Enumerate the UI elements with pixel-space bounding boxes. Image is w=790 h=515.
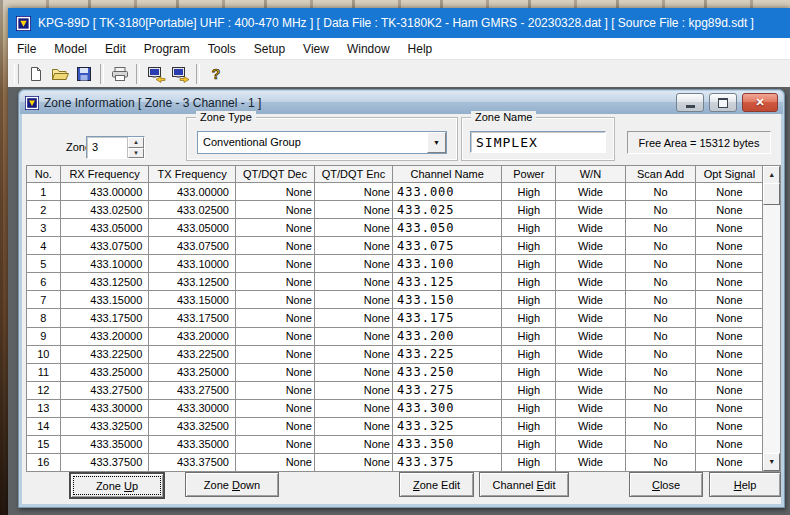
table-cell[interactable]: 433.275 [392,381,501,399]
table-cell[interactable]: None [314,309,392,327]
table-row[interactable]: 9433.20000433.20000NoneNone433.200HighWi… [27,327,763,345]
table-cell[interactable]: No [625,183,696,201]
table-row[interactable]: 16433.37500433.37500NoneNone433.375HighW… [27,453,763,471]
table-cell[interactable]: High [502,255,556,273]
menu-item-edit[interactable]: Edit [96,40,135,58]
help-button[interactable]: Help [709,472,781,497]
spin-down-button[interactable]: ▼ [128,148,144,159]
table-cell[interactable]: None [696,273,763,291]
table-cell[interactable]: None [235,453,314,471]
table-cell[interactable]: None [696,399,763,417]
table-cell[interactable]: High [502,399,556,417]
menu-item-window[interactable]: Window [338,40,399,58]
table-cell[interactable]: 433.20000 [149,327,236,345]
table-cell[interactable]: None [696,381,763,399]
print-icon[interactable] [108,63,132,85]
table-cell[interactable]: Wide [556,273,625,291]
table-cell[interactable]: None [235,381,314,399]
table-cell[interactable]: 433.200 [392,327,501,345]
table-cell[interactable]: None [696,201,763,219]
vertical-scrollbar[interactable]: ▲ ▼ [763,165,781,472]
maximize-button[interactable] [709,93,737,112]
table-cell[interactable]: Wide [556,327,625,345]
table-cell[interactable]: Wide [556,291,625,309]
table-cell[interactable]: 433.15000 [149,291,236,309]
table-cell[interactable]: 10 [27,345,61,363]
table-cell[interactable]: None [314,237,392,255]
table-cell[interactable]: 433.22500 [60,345,149,363]
table-cell[interactable]: No [625,363,696,381]
table-row[interactable]: 13433.30000433.30000NoneNone433.300HighW… [27,399,763,417]
table-row[interactable]: 8433.17500433.17500NoneNone433.175HighWi… [27,309,763,327]
table-row[interactable]: 10433.22500433.22500NoneNone433.225HighW… [27,345,763,363]
table-cell[interactable]: None [314,327,392,345]
save-icon[interactable] [72,63,96,85]
table-cell[interactable]: None [696,453,763,471]
table-cell[interactable]: None [696,345,763,363]
table-cell[interactable]: None [314,417,392,435]
table-cell[interactable]: High [502,219,556,237]
table-cell[interactable]: 433.15000 [60,291,149,309]
table-cell[interactable]: 433.25000 [149,363,236,381]
table-cell[interactable]: None [235,219,314,237]
table-cell[interactable]: High [502,435,556,453]
table-cell[interactable]: 433.175 [392,309,501,327]
read-data-icon[interactable] [144,63,168,85]
table-cell[interactable]: Wide [556,183,625,201]
table-cell[interactable]: 433.30000 [149,399,236,417]
table-cell[interactable]: 8 [27,309,61,327]
table-cell[interactable]: None [696,219,763,237]
table-cell[interactable]: High [502,363,556,381]
scroll-down-icon[interactable]: ▼ [763,453,780,471]
table-cell[interactable]: None [314,399,392,417]
table-cell[interactable]: 433.30000 [60,399,149,417]
table-cell[interactable]: 12 [27,381,61,399]
table-row[interactable]: 15433.35000433.35000NoneNone433.350HighW… [27,435,763,453]
table-cell[interactable]: 433.37500 [149,453,236,471]
close-dialog-button[interactable]: Close [629,472,703,497]
scroll-up-icon[interactable]: ▲ [763,166,780,184]
table-cell[interactable]: 16 [27,453,61,471]
new-file-icon[interactable] [24,63,48,85]
table-cell[interactable]: No [625,237,696,255]
table-cell[interactable]: 433.300 [392,399,501,417]
table-cell[interactable]: No [625,219,696,237]
zone-name-input[interactable]: SIMPLEX [470,131,606,153]
chevron-down-icon[interactable]: ▼ [427,132,446,153]
table-cell[interactable]: 433.05000 [60,219,149,237]
menu-item-file[interactable]: File [8,40,45,58]
table-cell[interactable]: None [314,345,392,363]
table-cell[interactable]: 433.17500 [60,309,149,327]
table-cell[interactable]: 3 [27,219,61,237]
table-row[interactable]: 12433.27500433.27500NoneNone433.275HighW… [27,381,763,399]
table-cell[interactable]: 433.12500 [60,273,149,291]
table-cell[interactable]: 7 [27,291,61,309]
table-cell[interactable]: None [696,327,763,345]
table-cell[interactable]: 433.02500 [149,201,236,219]
table-cell[interactable]: None [314,219,392,237]
table-cell[interactable]: None [696,309,763,327]
table-cell[interactable]: 433.12500 [149,273,236,291]
table-cell[interactable]: No [625,327,696,345]
table-cell[interactable]: 2 [27,201,61,219]
table-cell[interactable]: No [625,435,696,453]
table-cell[interactable]: None [235,291,314,309]
table-cell[interactable]: No [625,291,696,309]
table-row[interactable]: 1433.00000433.00000NoneNone433.000HighWi… [27,183,763,201]
table-cell[interactable]: None [235,273,314,291]
zone-edit-button[interactable]: Zone Edit [399,472,474,497]
menu-item-model[interactable]: Model [45,40,96,58]
table-cell[interactable]: None [696,291,763,309]
table-cell[interactable]: High [502,273,556,291]
table-cell[interactable]: None [314,363,392,381]
table-cell[interactable]: 433.325 [392,417,501,435]
table-cell[interactable]: Wide [556,399,625,417]
table-cell[interactable]: None [235,327,314,345]
help-icon[interactable]: ? [204,63,228,85]
table-cell[interactable]: Wide [556,237,625,255]
table-cell[interactable]: None [235,237,314,255]
table-cell[interactable]: None [696,183,763,201]
table-cell[interactable]: 433.25000 [60,363,149,381]
table-cell[interactable]: 11 [27,363,61,381]
table-cell[interactable]: 433.35000 [149,435,236,453]
